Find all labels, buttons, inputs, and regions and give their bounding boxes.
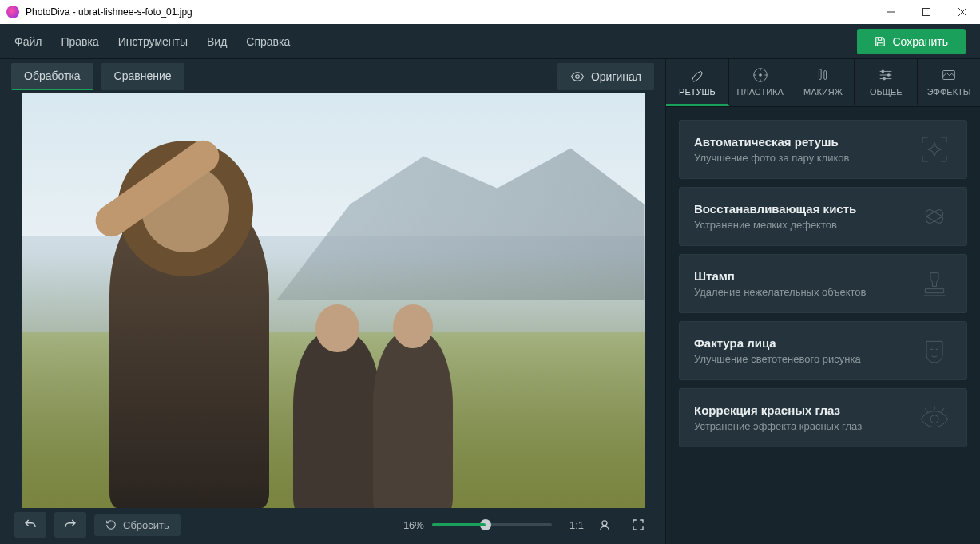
- window-title: PhotoDiva - ubrat-lishnee-s-foto_01.jpg: [26, 6, 872, 18]
- tool-desc: Улучшение светотеневого рисунка: [694, 353, 917, 365]
- image-canvas[interactable]: [22, 93, 645, 508]
- tool-red-eye[interactable]: Коррекция красных глаз Устранение эффект…: [679, 388, 967, 447]
- original-toggle[interactable]: Оригинал: [557, 63, 654, 90]
- tab-edit[interactable]: Обработка: [11, 63, 93, 90]
- menu-view[interactable]: Вид: [207, 35, 227, 48]
- retouch-icon: [688, 66, 706, 84]
- menu-edit[interactable]: Правка: [61, 35, 98, 48]
- undo-icon: [23, 518, 38, 532]
- side-panel: РЕТУШЬ ПЛАСТИКА МАКИЯЖ ОБЩЕЕ ЭФФЕКТЫ: [665, 59, 980, 544]
- redo-button[interactable]: [54, 512, 86, 538]
- svg-rect-8: [819, 69, 822, 80]
- menu-help[interactable]: Справка: [246, 35, 290, 48]
- side-tab-plastika[interactable]: ПЛАСТИКА: [729, 59, 792, 106]
- sliders-icon: [877, 66, 895, 84]
- minimize-button[interactable]: [872, 0, 908, 24]
- original-label: Оригинал: [591, 70, 641, 83]
- undo-button[interactable]: [14, 512, 46, 538]
- svg-rect-1: [922, 9, 930, 16]
- bandage-icon: [917, 199, 952, 234]
- zoom-value: 16%: [403, 519, 424, 531]
- svg-point-7: [759, 73, 762, 77]
- redo-icon: [63, 518, 77, 532]
- editor-top-toolbar: Обработка Сравнение Оригинал: [0, 59, 665, 94]
- svg-rect-9: [824, 71, 827, 80]
- save-label: Сохранить: [892, 35, 948, 48]
- fullscreen-button[interactable]: [625, 512, 651, 538]
- tools-list: Автоматическая ретушь Улучшение фото за …: [666, 107, 980, 460]
- tool-title: Автоматическая ретушь: [694, 135, 917, 149]
- tool-desc: Устранение эффекта красных глаз: [694, 420, 917, 432]
- tool-desc: Устранение мелких дефектов: [694, 219, 917, 231]
- side-tab-retouch[interactable]: РЕТУШЬ: [666, 59, 729, 106]
- side-tab-common[interactable]: ОБЩЕЕ: [855, 59, 918, 106]
- svg-point-16: [930, 415, 938, 423]
- mask-icon: [917, 333, 952, 368]
- plastika-icon: [752, 66, 769, 84]
- effects-icon: [940, 66, 958, 84]
- zoom-slider[interactable]: [432, 523, 552, 526]
- tool-title: Фактура лица: [694, 336, 917, 350]
- svg-point-10: [882, 70, 885, 73]
- svg-point-11: [887, 73, 891, 77]
- tool-title: Восстанавливающая кисть: [694, 202, 917, 216]
- tool-desc: Улучшение фото за пару кликов: [694, 152, 917, 164]
- tab-compare[interactable]: Сравнение: [101, 63, 184, 90]
- eye-icon: [570, 69, 585, 84]
- close-button[interactable]: [944, 0, 980, 24]
- menu-file[interactable]: Файл: [14, 35, 42, 48]
- tool-title: Коррекция красных глаз: [694, 403, 917, 417]
- reset-label: Сбросить: [123, 519, 169, 531]
- zoom-ratio[interactable]: 1:1: [569, 519, 584, 531]
- svg-point-12: [883, 77, 887, 81]
- fit-face-button[interactable]: [592, 512, 617, 538]
- editor-area: Обработка Сравнение Оригинал: [0, 59, 665, 544]
- editor-bottom-toolbar: Сбросить 16% 1:1: [0, 506, 665, 544]
- side-tab-makeup[interactable]: МАКИЯЖ: [792, 59, 855, 106]
- tool-healing-brush[interactable]: Восстанавливающая кисть Устранение мелки…: [679, 187, 967, 246]
- svg-point-5: [602, 521, 607, 526]
- canvas-wrap: [0, 94, 665, 506]
- fullscreen-icon: [631, 518, 645, 532]
- tool-auto-retouch[interactable]: Автоматическая ретушь Улучшение фото за …: [679, 120, 967, 179]
- eye-icon: [917, 400, 952, 435]
- sparkle-icon: [917, 132, 952, 167]
- side-tab-effects[interactable]: ЭФФЕКТЫ: [918, 59, 980, 106]
- maximize-button[interactable]: [908, 0, 944, 24]
- svg-point-4: [576, 75, 580, 79]
- tool-title: Штамп: [694, 269, 917, 283]
- tool-desc: Удаление нежелательных объектов: [694, 286, 917, 298]
- stamp-icon: [917, 266, 952, 301]
- tool-stamp[interactable]: Штамп Удаление нежелательных объектов: [679, 254, 967, 313]
- reset-button[interactable]: Сбросить: [94, 514, 181, 536]
- side-tabs: РЕТУШЬ ПЛАСТИКА МАКИЯЖ ОБЩЕЕ ЭФФЕКТЫ: [666, 59, 980, 107]
- makeup-icon: [814, 66, 831, 84]
- tool-face-texture[interactable]: Фактура лица Улучшение светотеневого рис…: [679, 321, 967, 380]
- app-icon: [6, 6, 19, 18]
- save-button[interactable]: Сохранить: [857, 29, 966, 54]
- refresh-icon: [105, 519, 117, 530]
- face-icon: [597, 518, 612, 532]
- save-icon: [875, 36, 886, 47]
- window-titlebar: PhotoDiva - ubrat-lishnee-s-foto_01.jpg: [0, 0, 980, 24]
- menu-tools[interactable]: Инструменты: [118, 35, 188, 48]
- menubar: Файл Правка Инструменты Вид Справка Сохр…: [0, 24, 980, 59]
